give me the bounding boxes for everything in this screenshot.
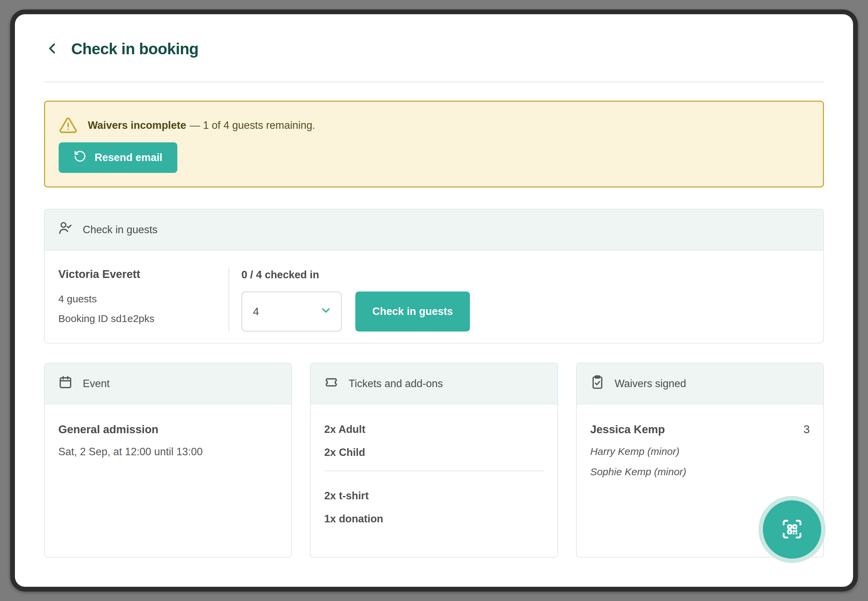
chevron-down-icon (319, 304, 332, 319)
waivers-warning-banner: Waivers incomplete— 1 of 4 guests remain… (44, 101, 824, 188)
check-in-guests-body: Victoria Everett 4 guests Booking ID sd1… (45, 250, 823, 343)
warning-message-rest: — 1 of 4 guests remaining. (189, 119, 315, 131)
add-on-item: 2x t-shirt (324, 489, 543, 503)
check-in-guests-header-label: Check in guests (83, 224, 158, 236)
booking-summary: Victoria Everett 4 guests Booking ID sd1… (58, 267, 229, 331)
resend-refresh-icon (73, 150, 87, 165)
tickets-card: Tickets and add-ons 2x Adult 2x Child 2x… (310, 363, 558, 558)
warning-row: Waivers incomplete— 1 of 4 guests remain… (59, 116, 809, 135)
ticket-item: 2x Adult (324, 423, 543, 436)
page-header: Check in booking (44, 39, 824, 59)
event-card: Event General admission Sat, 2 Sep, at 1… (44, 363, 292, 558)
guest-count: 4 guests (58, 293, 229, 305)
event-name: General admission (58, 423, 278, 436)
check-in-guests-button[interactable]: Check in guests (355, 291, 470, 331)
ticket-icon (323, 375, 339, 393)
clipboard-check-icon (590, 375, 605, 393)
check-in-actions: 0 / 4 checked in 4 Check in guests (229, 267, 470, 331)
warning-triangle-icon (59, 116, 78, 135)
ticket-item: 2x Child (324, 446, 543, 459)
check-in-booking-window: Check in booking Waivers incomplete— 1 o… (10, 9, 858, 592)
waivers-card-header: Waivers signed (577, 363, 823, 404)
lead-guest-name: Victoria Everett (58, 267, 229, 281)
page-title: Check in booking (71, 39, 198, 59)
back-button[interactable] (44, 40, 61, 57)
waiver-signer-row: Jessica Kemp 3 (590, 423, 810, 436)
qr-scan-icon (781, 518, 803, 542)
waiver-minor: Sophie Kemp (minor) (590, 465, 810, 478)
header-divider (44, 81, 824, 82)
check-in-action-row: 4 Check in guests (241, 291, 470, 331)
add-ons-divider (324, 470, 543, 471)
tickets-card-header: Tickets and add-ons (311, 363, 557, 404)
resend-email-label: Resend email (95, 151, 162, 164)
summary-cards-row: Event General admission Sat, 2 Sep, at 1… (44, 363, 824, 558)
tickets-card-content: 2x Adult 2x Child 2x t-shirt 1x donation (311, 404, 557, 557)
chevron-left-icon (45, 41, 60, 57)
waiver-signer-name: Jessica Kemp (590, 423, 665, 436)
waiver-minor: Harry Kemp (minor) (590, 445, 810, 458)
event-card-content: General admission Sat, 2 Sep, at 12:00 u… (45, 404, 291, 557)
warning-message: Waivers incomplete— 1 of 4 guests remain… (88, 116, 315, 135)
add-on-item: 1x donation (324, 512, 543, 526)
desktop-background: Check in booking Waivers incomplete— 1 o… (0, 0, 868, 601)
event-card-header: Event (45, 363, 291, 404)
booking-id: Booking ID sd1e2pks (58, 312, 229, 325)
guest-quantity-select[interactable]: 4 (241, 291, 342, 331)
event-card-header-label: Event (83, 378, 110, 390)
tickets-card-header-label: Tickets and add-ons (349, 378, 443, 390)
check-in-guests-header: Check in guests (45, 209, 823, 250)
waiver-count: 3 (804, 423, 810, 436)
scan-qr-button[interactable] (763, 500, 821, 558)
user-check-icon (58, 221, 73, 239)
warning-message-bold: Waivers incomplete (88, 119, 186, 131)
checked-in-progress: 0 / 4 checked in (241, 267, 470, 282)
waivers-card: Waivers signed Jessica Kemp 3 Harry Kemp… (576, 363, 824, 558)
resend-email-button[interactable]: Resend email (59, 142, 177, 173)
waivers-card-header-label: Waivers signed (615, 378, 686, 390)
calendar-icon (58, 375, 73, 393)
guest-quantity-value: 4 (253, 305, 259, 318)
check-in-guests-panel: Check in guests Victoria Everett 4 guest… (44, 209, 824, 343)
event-schedule: Sat, 2 Sep, at 12:00 until 13:00 (58, 445, 278, 458)
window-content: Check in booking Waivers incomplete— 1 o… (15, 14, 853, 558)
